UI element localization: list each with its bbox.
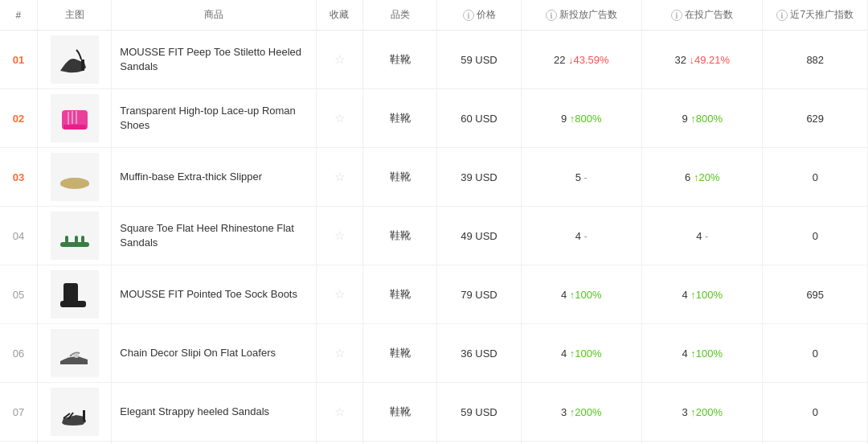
col-header-new-ads: ℹ新投放广告数 [521, 0, 641, 31]
star-icon[interactable]: ☆ [334, 405, 345, 418]
svg-rect-11 [60, 182, 89, 187]
ads-trend-down-icon: ↓43.59% [568, 54, 609, 66]
row-price: 49 USD [437, 207, 521, 265]
ads-trend-neutral: - [584, 171, 588, 183]
col-header-price: ℹ价格 [437, 0, 521, 31]
row-price: 36 USD [437, 324, 521, 383]
ads-trend-up-icon: ↑100% [690, 289, 723, 301]
row-active-ads: 6 ↑20% [642, 148, 763, 207]
star-icon[interactable]: ☆ [334, 52, 345, 66]
shoe-image-icon [52, 389, 97, 434]
row-active-ads: 3 - [642, 442, 763, 445]
row-promo-index: 0 [763, 207, 868, 265]
row-favorite-button[interactable]: ☆ [316, 442, 362, 445]
star-icon[interactable]: ☆ [334, 287, 345, 301]
row-promo-index: 695 [763, 265, 868, 324]
row-promo-index: 0 [763, 324, 868, 383]
row-category: 鞋靴 [362, 442, 437, 445]
row-active-ads: 4 ↑100% [642, 265, 763, 324]
svg-rect-23 [83, 410, 85, 421]
star-icon[interactable]: ☆ [334, 111, 345, 125]
svg-rect-4 [63, 125, 86, 130]
ads-count: 4 [682, 289, 687, 301]
ads-count: 3 [561, 406, 567, 418]
row-title: MOUSSE FIT Pointed Toe Sock Boots [112, 265, 317, 324]
col-header-category: 品类 [362, 0, 437, 31]
ads-count: 4 [682, 347, 687, 360]
row-new-ads: 9 ↑800% [521, 89, 641, 148]
ads-count: 22 [554, 54, 565, 66]
star-icon[interactable]: ☆ [334, 346, 345, 360]
svg-rect-16 [81, 236, 84, 245]
ads-trend-neutral: - [584, 230, 588, 242]
row-title: Muffin-base Extra-thick Slipper [112, 148, 317, 207]
row-new-ads: 3 ↑200% [521, 383, 641, 442]
row-active-ads: 3 ↑200% [642, 383, 763, 442]
shoe-image-icon [52, 96, 97, 141]
row-thumbnail [37, 324, 112, 383]
row-thumbnail [37, 383, 112, 442]
shoe-image-icon [52, 331, 97, 376]
index-info-icon: ℹ [776, 10, 788, 21]
ads-trend-up-icon: ↑100% [570, 347, 602, 360]
row-new-ads: 4 - [521, 207, 641, 265]
col-header-thumb: 主图 [37, 0, 112, 31]
new-ads-info-icon: ℹ [546, 10, 557, 21]
row-num: 04 [0, 207, 37, 265]
ads-count: 4 [696, 230, 702, 242]
row-num: 02 [0, 89, 37, 148]
row-num: 01 [0, 31, 37, 89]
row-thumbnail [37, 148, 112, 207]
star-icon[interactable]: ☆ [334, 228, 345, 242]
row-active-ads: 4 - [642, 207, 763, 265]
row-category: 鞋靴 [362, 89, 437, 148]
row-promo-index: 0 [763, 148, 868, 207]
ads-trend-up-icon: ↑200% [690, 406, 723, 418]
ads-trend-neutral: - [705, 230, 708, 242]
row-title: Square Toe Flat Heel Rhinestone Flat San… [112, 207, 317, 265]
table-body: 01 MOUSSE FIT Peep Toe Stiletto Heeled S… [0, 31, 868, 445]
col-header-index: ℹ近7天推广指数 [763, 0, 868, 31]
table-row: 03 Muffin-base Extra-thick Slipper☆鞋靴39 … [0, 148, 868, 207]
row-favorite-button[interactable]: ☆ [316, 31, 362, 89]
row-favorite-button[interactable]: ☆ [316, 383, 362, 442]
col-header-title: 商品 [112, 0, 317, 31]
table-header: # 主图 商品 收藏 品类 ℹ价格 ℹ新投放广告数 ℹ在投广告数 ℹ近7天推广指… [0, 0, 868, 31]
row-price: 60 USD [437, 89, 521, 148]
svg-rect-1 [81, 60, 84, 71]
row-thumbnail [37, 207, 112, 265]
row-title: Chain Decor Slipi On Flat Loafers [112, 324, 317, 383]
ads-count: 32 [674, 54, 686, 66]
row-favorite-button[interactable]: ☆ [316, 89, 362, 148]
row-new-ads: 1 ↓66.67% [521, 442, 641, 445]
row-price: 59 USD [437, 31, 521, 89]
row-favorite-button[interactable]: ☆ [316, 207, 362, 265]
ads-count: 9 [561, 113, 567, 125]
row-promo-index: 629 [763, 442, 868, 445]
col-header-active-ads: ℹ在投广告数 [642, 0, 763, 31]
star-icon[interactable]: ☆ [334, 170, 345, 183]
svg-rect-19 [60, 301, 86, 307]
row-num: 06 [0, 324, 37, 383]
row-thumbnail [37, 89, 112, 148]
svg-rect-14 [65, 236, 68, 245]
ads-count: 4 [561, 347, 567, 360]
row-category: 鞋靴 [362, 383, 437, 442]
shoe-image-icon [52, 272, 97, 317]
row-price: 59 USD [437, 383, 521, 442]
shoe-image-icon [52, 37, 97, 82]
row-favorite-button[interactable]: ☆ [316, 148, 362, 207]
row-title: Elegant Strappy heeled Sandals [112, 383, 317, 442]
ads-trend-down-icon: ↓49.21% [690, 54, 731, 66]
table-row: 04 Square Toe Flat Heel Rhinestone Flat … [0, 207, 868, 265]
row-active-ads: 4 ↑100% [642, 324, 763, 383]
row-price: 58 USD [437, 442, 521, 445]
col-header-fav: 收藏 [316, 0, 362, 31]
product-table: # 主图 商品 收藏 品类 ℹ价格 ℹ新投放广告数 ℹ在投广告数 ℹ近7天推广指… [0, 0, 868, 444]
svg-point-21 [74, 353, 79, 358]
table-row: 07 Elegant Strappy heeled Sandals☆鞋靴59 U… [0, 383, 868, 442]
row-favorite-button[interactable]: ☆ [316, 265, 362, 324]
row-favorite-button[interactable]: ☆ [316, 324, 362, 383]
row-new-ads: 4 ↑100% [521, 324, 641, 383]
svg-rect-22 [52, 389, 97, 434]
